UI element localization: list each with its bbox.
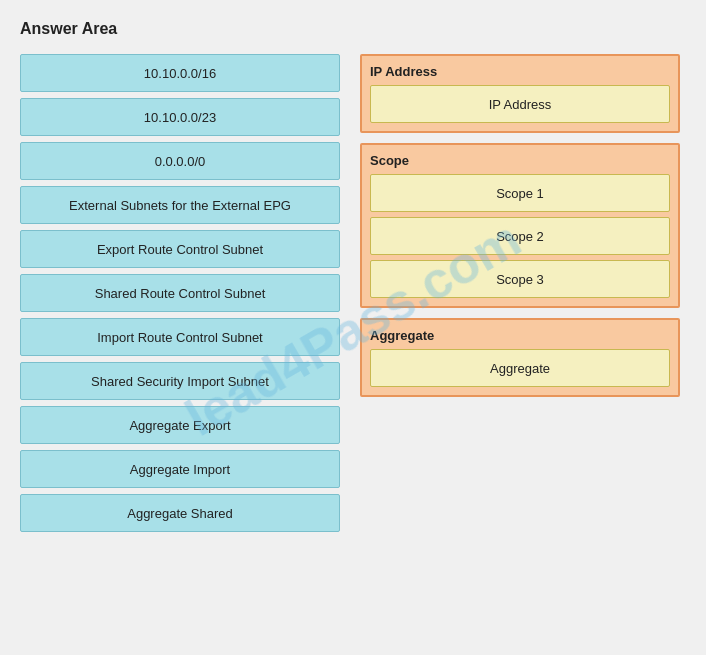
item-5[interactable]: Export Route Control Subnet: [20, 230, 340, 268]
section-ip-label: IP Address: [370, 64, 670, 79]
item-6[interactable]: Shared Route Control Subnet: [20, 274, 340, 312]
section-scope: ScopeScope 1Scope 2Scope 3: [360, 143, 680, 308]
item-10[interactable]: Aggregate Import: [20, 450, 340, 488]
drop-ip-1[interactable]: IP Address: [370, 85, 670, 123]
item-1[interactable]: 10.10.0.0/16: [20, 54, 340, 92]
section-aggregate-label: Aggregate: [370, 328, 670, 343]
left-column: 10.10.0.0/1610.10.0.0/230.0.0.0/0Externa…: [20, 54, 340, 532]
item-4[interactable]: External Subnets for the External EPG: [20, 186, 340, 224]
answer-area: 10.10.0.0/1610.10.0.0/230.0.0.0/0Externa…: [20, 54, 686, 532]
item-11[interactable]: Aggregate Shared: [20, 494, 340, 532]
drop-scope-1[interactable]: Scope 1: [370, 174, 670, 212]
item-9[interactable]: Aggregate Export: [20, 406, 340, 444]
right-column: IP AddressIP AddressScopeScope 1Scope 2S…: [360, 54, 680, 397]
item-2[interactable]: 10.10.0.0/23: [20, 98, 340, 136]
drop-agg-1[interactable]: Aggregate: [370, 349, 670, 387]
drop-scope-3[interactable]: Scope 3: [370, 260, 670, 298]
section-scope-label: Scope: [370, 153, 670, 168]
section-aggregate: AggregateAggregate: [360, 318, 680, 397]
item-3[interactable]: 0.0.0.0/0: [20, 142, 340, 180]
page-title: Answer Area: [20, 20, 686, 38]
item-8[interactable]: Shared Security Import Subnet: [20, 362, 340, 400]
item-7[interactable]: Import Route Control Subnet: [20, 318, 340, 356]
section-ip: IP AddressIP Address: [360, 54, 680, 133]
drop-scope-2[interactable]: Scope 2: [370, 217, 670, 255]
